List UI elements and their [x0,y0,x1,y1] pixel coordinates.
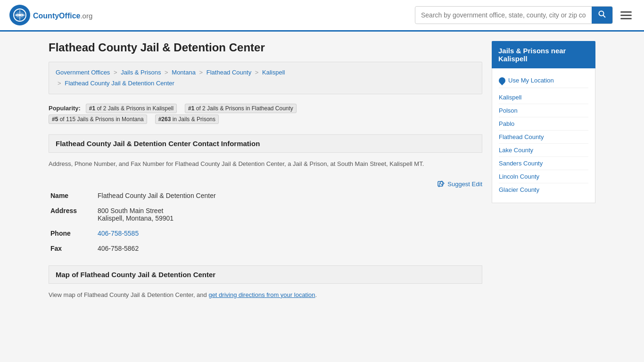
sidebar-link-flathead-county[interactable]: Flathead County [499,131,588,144]
table-row-address: Address 800 South Main Street Kalispell,… [49,203,482,226]
popularity-badge-2: #1 of 2 Jails & Prisons in Flathead Coun… [185,104,297,113]
sidebar-heading-line1: Jails & Prisons near [498,47,566,55]
contact-info-area: Suggest Edit Name Flathead County Jail &… [49,177,482,256]
breadcrumb: Government Offices > Jails & Prisons > M… [49,62,482,94]
table-row-fax: Fax 406-758-5862 [49,241,482,256]
breadcrumb-link-kalispell[interactable]: Kalispell [262,69,285,76]
phone-value: 406-758-5585 [96,226,482,241]
page-title: Flathead County Jail & Detention Center [49,41,482,54]
search-input[interactable] [415,8,592,23]
popularity-section: Popularity: #1 of 2 Jails & Prisons in K… [49,103,482,125]
header-right [415,6,635,24]
table-row-phone: Phone 406-758-5585 [49,226,482,241]
address-label: Address [49,203,96,226]
menu-icon[interactable] [618,8,635,22]
main-content: Flathead County Jail & Detention Center … [49,41,482,300]
sidebar: Jails & Prisons near Kalispell Use My Lo… [492,41,595,203]
suggest-edit-link[interactable]: Suggest Edit [437,181,482,188]
sidebar-heading-line2: Kalispell [498,55,528,63]
suggest-edit-label: Suggest Edit [447,181,482,188]
breadcrumb-link-gov-offices[interactable]: Government Offices [56,69,110,76]
sidebar-link-glacier-county[interactable]: Glacier County [499,183,588,196]
map-desc-suffix: . [315,291,317,298]
address-value: 800 South Main Street Kalispell, Montana… [96,203,482,226]
search-button[interactable] [592,7,612,24]
map-section-header: Map of Flathead County Jail & Detention … [49,265,482,284]
site-header: CountyOffice.org [0,0,644,32]
search-bar [415,6,613,24]
sidebar-header: Jails & Prisons near Kalispell [492,41,595,68]
address-line1: 800 South Main Street [98,207,163,214]
breadcrumb-link-current[interactable]: Flathead County Jail & Detention Center [65,80,174,87]
sidebar-link-sanders-county[interactable]: Sanders County [499,157,588,170]
logo-icon [9,5,30,25]
sidebar-link-kalispell[interactable]: Kalispell [499,91,588,104]
menu-line [620,11,632,13]
breadcrumb-link-flathead-county[interactable]: Flathead County [206,69,251,76]
menu-line [620,15,632,16]
menu-line [620,18,632,19]
directions-link[interactable]: get driving directions from your locatio… [208,291,315,298]
breadcrumb-link-montana[interactable]: Montana [172,69,196,76]
fax-value: 406-758-5862 [96,241,482,256]
name-value: Flathead County Jail & Detention Center [96,188,482,203]
sidebar-body: Use My Location Kalispell Polson Pablo F… [492,68,595,203]
use-location-label: Use My Location [508,77,554,84]
sidebar-link-polson[interactable]: Polson [499,104,588,117]
table-row-name: Name Flathead County Jail & Detention Ce… [49,188,482,203]
page-wrapper: Flathead County Jail & Detention Center … [39,32,605,310]
sidebar-link-lincoln-county[interactable]: Lincoln County [499,170,588,183]
contact-section-header: Flathead County Jail & Detention Center … [49,134,482,153]
contact-table: Name Flathead County Jail & Detention Ce… [49,188,482,256]
pin-icon [497,76,507,85]
phone-label: Phone [49,226,96,241]
map-desc-prefix: View map of Flathead County Jail & Deten… [49,291,208,298]
popularity-label: Popularity: [49,105,81,112]
address-line2: Kalispell, Montana, 59901 [98,214,173,222]
map-description: View map of Flathead County Jail & Deten… [49,290,482,300]
popularity-badge-3: #5 of 115 Jails & Prisons in Montana [49,115,147,124]
use-my-location-link[interactable]: Use My Location [499,73,588,88]
fax-label: Fax [49,241,96,256]
contact-description: Address, Phone Number, and Fax Number fo… [49,159,482,169]
popularity-badge-1: #1 of 2 Jails & Prisons in Kalispell [86,104,177,113]
logo-text: CountyOffice.org [33,10,92,21]
breadcrumb-link-jails[interactable]: Jails & Prisons [121,69,161,76]
logo-area: CountyOffice.org [9,5,92,25]
sidebar-link-lake-county[interactable]: Lake County [499,144,588,157]
svg-line-5 [603,16,606,18]
sidebar-link-pablo[interactable]: Pablo [499,117,588,131]
svg-point-4 [599,11,604,16]
phone-link[interactable]: 406-758-5585 [98,230,139,237]
name-label: Name [49,188,96,203]
popularity-badge-4: #263 in Jails & Prisons [155,115,219,124]
